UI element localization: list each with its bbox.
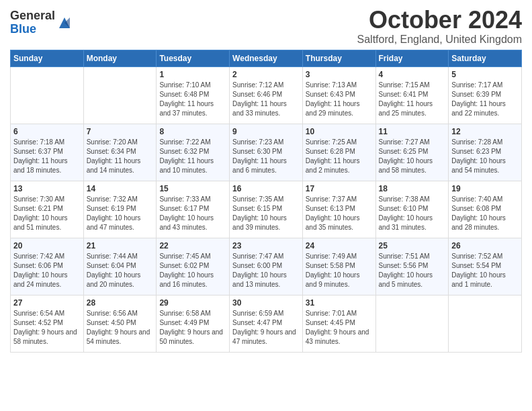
logo-blue-text: Blue [10,23,55,36]
calendar-cell: 27Sunrise: 6:54 AM Sunset: 4:52 PM Dayli… [11,295,84,352]
day-info: Sunrise: 6:56 AM Sunset: 4:50 PM Dayligh… [87,309,154,347]
calendar-cell [375,295,449,352]
day-info: Sunrise: 7:28 AM Sunset: 6:23 PM Dayligh… [451,138,519,175]
day-number: 31 [306,298,373,308]
calendar-cell: 16Sunrise: 7:35 AM Sunset: 6:15 PM Dayli… [230,181,303,238]
day-info: Sunrise: 7:17 AM Sunset: 6:39 PM Dayligh… [451,81,519,118]
logo-general-text: General [10,9,55,23]
day-number: 10 [306,127,373,136]
day-number: 7 [87,127,154,136]
day-number: 24 [306,241,373,250]
calendar-cell [11,66,84,124]
day-number: 9 [232,127,300,136]
day-info: Sunrise: 7:32 AM Sunset: 6:19 PM Dayligh… [87,195,154,232]
day-number: 19 [451,184,519,193]
day-number: 16 [232,184,300,193]
day-number: 23 [232,241,300,250]
day-info: Sunrise: 7:22 AM Sunset: 6:32 PM Dayligh… [159,138,226,175]
calendar-cell: 8Sunrise: 7:22 AM Sunset: 6:32 PM Daylig… [157,124,230,181]
title-area: October 2024 Saltford, England, United K… [357,7,522,46]
calendar-cell: 26Sunrise: 7:52 AM Sunset: 5:54 PM Dayli… [449,238,522,295]
day-info: Sunrise: 7:20 AM Sunset: 6:34 PM Dayligh… [87,138,154,175]
day-info: Sunrise: 7:45 AM Sunset: 6:02 PM Dayligh… [159,252,226,289]
day-number: 2 [232,70,300,79]
calendar-cell: 13Sunrise: 7:30 AM Sunset: 6:21 PM Dayli… [11,181,84,238]
day-number: 21 [87,241,154,250]
day-info: Sunrise: 7:47 AM Sunset: 6:00 PM Dayligh… [232,252,300,289]
day-number: 30 [232,298,300,308]
calendar-cell: 19Sunrise: 7:40 AM Sunset: 6:08 PM Dayli… [449,181,522,238]
header-friday: Friday [375,50,449,66]
calendar-week-row: 1Sunrise: 7:10 AM Sunset: 6:48 PM Daylig… [11,66,522,124]
calendar-cell: 18Sunrise: 7:38 AM Sunset: 6:10 PM Dayli… [375,181,449,238]
calendar-cell: 23Sunrise: 7:47 AM Sunset: 6:00 PM Dayli… [230,238,303,295]
calendar-cell [449,295,522,352]
day-info: Sunrise: 6:54 AM Sunset: 4:52 PM Dayligh… [13,309,81,347]
calendar-table: Sunday Monday Tuesday Wednesday Thursday… [10,50,522,353]
day-info: Sunrise: 7:10 AM Sunset: 6:48 PM Dayligh… [159,81,226,118]
header-sunday: Sunday [11,50,84,66]
day-number: 29 [159,298,226,308]
day-number: 5 [451,70,519,79]
header-thursday: Thursday [302,50,375,66]
logo-icon [56,15,73,31]
day-info: Sunrise: 7:01 AM Sunset: 4:45 PM Dayligh… [306,309,373,347]
day-number: 11 [379,127,446,136]
day-info: Sunrise: 7:15 AM Sunset: 6:41 PM Dayligh… [379,81,446,118]
day-info: Sunrise: 7:38 AM Sunset: 6:10 PM Dayligh… [379,195,446,232]
calendar-cell: 4Sunrise: 7:15 AM Sunset: 6:41 PM Daylig… [375,66,449,124]
calendar-cell: 9Sunrise: 7:23 AM Sunset: 6:30 PM Daylig… [230,124,303,181]
day-number: 20 [13,241,81,250]
month-title: October 2024 [357,7,522,34]
day-number: 6 [13,127,81,136]
header-monday: Monday [83,50,157,66]
day-number: 28 [87,298,154,308]
day-number: 12 [451,127,519,136]
day-info: Sunrise: 7:18 AM Sunset: 6:37 PM Dayligh… [13,138,81,175]
day-info: Sunrise: 7:27 AM Sunset: 6:25 PM Dayligh… [379,138,446,175]
day-info: Sunrise: 7:37 AM Sunset: 6:13 PM Dayligh… [306,195,373,232]
day-info: Sunrise: 7:13 AM Sunset: 6:43 PM Dayligh… [306,81,373,118]
day-info: Sunrise: 7:25 AM Sunset: 6:28 PM Dayligh… [306,138,373,175]
location: Saltford, England, United Kingdom [357,34,522,46]
calendar-cell: 28Sunrise: 6:56 AM Sunset: 4:50 PM Dayli… [83,295,157,352]
calendar-cell: 10Sunrise: 7:25 AM Sunset: 6:28 PM Dayli… [302,124,375,181]
day-number: 27 [13,298,81,308]
day-info: Sunrise: 7:52 AM Sunset: 5:54 PM Dayligh… [451,252,519,289]
calendar-cell: 22Sunrise: 7:45 AM Sunset: 6:02 PM Dayli… [157,238,230,295]
day-number: 17 [306,184,373,193]
day-info: Sunrise: 7:44 AM Sunset: 6:04 PM Dayligh… [87,252,154,289]
header: General Blue October 2024 Saltford, Engl… [10,7,522,46]
calendar-cell: 6Sunrise: 7:18 AM Sunset: 6:37 PM Daylig… [11,124,84,181]
calendar-week-row: 27Sunrise: 6:54 AM Sunset: 4:52 PM Dayli… [11,295,522,352]
day-number: 8 [159,127,226,136]
calendar-cell: 21Sunrise: 7:44 AM Sunset: 6:04 PM Dayli… [83,238,157,295]
calendar-cell: 1Sunrise: 7:10 AM Sunset: 6:48 PM Daylig… [157,66,230,124]
day-info: Sunrise: 7:42 AM Sunset: 6:06 PM Dayligh… [13,252,81,289]
calendar-cell: 20Sunrise: 7:42 AM Sunset: 6:06 PM Dayli… [11,238,84,295]
day-number: 1 [159,70,226,79]
day-number: 18 [379,184,446,193]
day-number: 22 [159,241,226,250]
header-saturday: Saturday [449,50,522,66]
calendar-cell: 11Sunrise: 7:27 AM Sunset: 6:25 PM Dayli… [375,124,449,181]
days-header-row: Sunday Monday Tuesday Wednesday Thursday… [11,50,522,66]
day-info: Sunrise: 7:51 AM Sunset: 5:56 PM Dayligh… [379,252,446,289]
calendar-cell: 3Sunrise: 7:13 AM Sunset: 6:43 PM Daylig… [302,66,375,124]
day-info: Sunrise: 7:33 AM Sunset: 6:17 PM Dayligh… [159,195,226,232]
day-number: 3 [306,70,373,79]
header-tuesday: Tuesday [157,50,230,66]
calendar-cell: 17Sunrise: 7:37 AM Sunset: 6:13 PM Dayli… [302,181,375,238]
day-number: 25 [379,241,446,250]
day-info: Sunrise: 7:23 AM Sunset: 6:30 PM Dayligh… [232,138,300,175]
calendar-cell: 24Sunrise: 7:49 AM Sunset: 5:58 PM Dayli… [302,238,375,295]
calendar-cell: 2Sunrise: 7:12 AM Sunset: 6:46 PM Daylig… [230,66,303,124]
day-info: Sunrise: 7:30 AM Sunset: 6:21 PM Dayligh… [13,195,81,232]
header-wednesday: Wednesday [230,50,303,66]
calendar-cell: 5Sunrise: 7:17 AM Sunset: 6:39 PM Daylig… [449,66,522,124]
day-info: Sunrise: 6:58 AM Sunset: 4:49 PM Dayligh… [159,309,226,347]
day-info: Sunrise: 6:59 AM Sunset: 4:47 PM Dayligh… [232,309,300,347]
calendar-week-row: 6Sunrise: 7:18 AM Sunset: 6:37 PM Daylig… [11,124,522,181]
day-info: Sunrise: 7:35 AM Sunset: 6:15 PM Dayligh… [232,195,300,232]
day-info: Sunrise: 7:49 AM Sunset: 5:58 PM Dayligh… [306,252,373,289]
